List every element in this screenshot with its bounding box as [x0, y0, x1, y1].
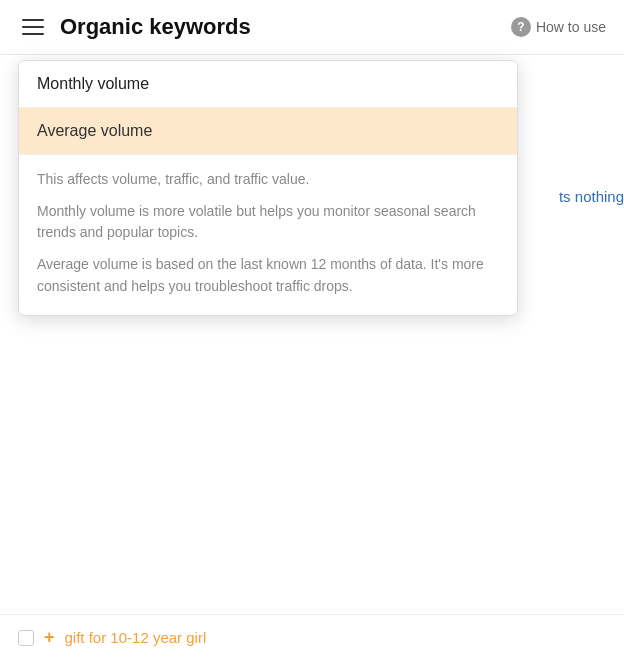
header: Organic keywords ? How to use	[0, 0, 624, 55]
partial-right-text: ts nothing	[559, 180, 624, 213]
dropdown-desc-1: This affects volume, traffic, and traffi…	[37, 169, 499, 191]
dropdown-item-average[interactable]: Average volume	[19, 108, 517, 154]
dropdown-desc-2: Monthly volume is more volatile but help…	[37, 201, 499, 244]
plus-icon[interactable]: +	[44, 627, 55, 648]
keyword-link[interactable]: gift for 10-12 year girl	[65, 629, 207, 646]
bottom-row: + gift for 10-12 year girl	[0, 614, 624, 660]
row-checkbox[interactable]	[18, 630, 34, 646]
dropdown-item-monthly[interactable]: Monthly volume	[19, 61, 517, 107]
question-icon: ?	[511, 17, 531, 37]
volume-dropdown-menu: Monthly volume Average volume This affec…	[18, 60, 518, 316]
how-to-use-link[interactable]: ? How to use	[511, 17, 606, 37]
how-to-use-label: How to use	[536, 19, 606, 35]
page-title: Organic keywords	[60, 14, 499, 40]
menu-icon[interactable]	[18, 15, 48, 39]
dropdown-desc-3: Average volume is based on the last know…	[37, 254, 499, 297]
dropdown-description: This affects volume, traffic, and traffi…	[19, 155, 517, 315]
